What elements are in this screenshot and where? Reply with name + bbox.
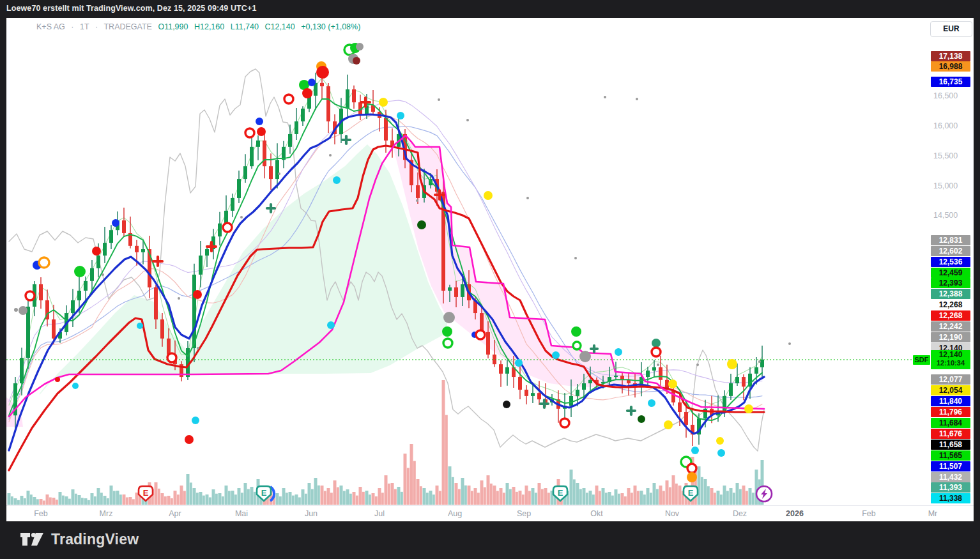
time-axis-tick-dez[interactable]: Dez bbox=[733, 509, 747, 518]
price-level-badge: 12,388 bbox=[931, 289, 970, 299]
time-axis-tick-okt[interactable]: Okt bbox=[590, 509, 602, 518]
green-cloud bbox=[40, 144, 447, 395]
price-level-badge: 12,054 bbox=[931, 385, 970, 395]
ohlc-high: H12,160 bbox=[194, 22, 224, 31]
y-axis-label: 15,500 bbox=[933, 151, 958, 160]
change-percent: +0,130 (+1,08%) bbox=[301, 22, 360, 31]
ohlc-close: C12,140 bbox=[264, 22, 295, 31]
time-axis[interactable]: FebMrzAprMaiJunJulAugSepOktNovDez2026Feb… bbox=[6, 505, 974, 522]
exchange-label: TRADEGATE bbox=[103, 22, 151, 31]
price-level-badge: 12,190 bbox=[931, 332, 970, 342]
y-axis-label: 14,500 bbox=[933, 211, 958, 220]
price-level-badge: 11,338 bbox=[931, 493, 970, 503]
price-level-badge: 12,459 bbox=[931, 268, 970, 278]
legend-separator: · bbox=[71, 22, 73, 31]
currency-button[interactable]: EUR bbox=[930, 21, 972, 37]
y-axis-label: 15,000 bbox=[933, 181, 958, 190]
time-axis-tick-mrz[interactable]: Mrz bbox=[100, 509, 113, 518]
price-level-badge: 12,268 bbox=[931, 310, 970, 321]
time-axis-tick-feb[interactable]: Feb bbox=[34, 509, 48, 518]
symbol-price-tag: SDF bbox=[913, 355, 930, 365]
interval-label[interactable]: 1T bbox=[80, 22, 89, 31]
price-level-badge: 11,676 bbox=[931, 429, 970, 439]
legend-separator: · bbox=[95, 22, 98, 31]
tradingview-logo-icon bbox=[19, 529, 45, 549]
time-axis-tick-2026[interactable]: 2026 bbox=[786, 509, 804, 518]
price-level-badge: 16,988 bbox=[931, 61, 970, 72]
price-level-badge: 12,602 bbox=[931, 246, 970, 256]
countdown-timer: 12:10:34 bbox=[931, 358, 970, 367]
svg-text:E: E bbox=[261, 488, 267, 498]
price-level-badge: 11,840 bbox=[931, 396, 970, 406]
volume-bars bbox=[8, 380, 764, 505]
price-level-badge: 16,735 bbox=[931, 77, 970, 87]
price-level-badge: 11,796 bbox=[931, 407, 970, 417]
time-axis-tick-mai[interactable]: Mai bbox=[235, 509, 248, 518]
price-chart-canvas[interactable]: EEEE bbox=[6, 18, 930, 505]
attribution-text: Loewe70 erstellt mit TradingView.com, De… bbox=[6, 4, 256, 13]
svg-text:E: E bbox=[143, 488, 149, 498]
price-level-badge: 11,658 bbox=[931, 440, 970, 450]
price-level-badge: 12,393 bbox=[931, 278, 970, 288]
ohlc-low: L11,740 bbox=[231, 22, 259, 31]
left-border bbox=[0, 0, 6, 559]
price-level-badge: 11,565 bbox=[931, 450, 970, 461]
symbol-legend[interactable]: K+S AG · 1T · TRADEGATE O11,990 H12,160 … bbox=[36, 22, 364, 31]
svg-text:E: E bbox=[558, 488, 563, 498]
y-axis-label: 16,500 bbox=[933, 91, 958, 100]
time-axis-tick-aug[interactable]: Aug bbox=[448, 509, 462, 518]
price-level-badge: 11,684 bbox=[931, 418, 970, 428]
price-level-badge: 17,138 bbox=[931, 51, 970, 61]
current-price-badge: 12,14012:10:34 bbox=[931, 350, 970, 369]
symbol-name[interactable]: K+S AG bbox=[36, 22, 65, 31]
price-level-badge: 12,242 bbox=[931, 321, 970, 332]
tradingview-logo[interactable]: TradingView bbox=[19, 529, 139, 549]
price-level-badge: 12,536 bbox=[931, 257, 970, 267]
time-axis-tick-sep[interactable]: Sep bbox=[517, 509, 531, 518]
svg-text:E: E bbox=[688, 488, 694, 498]
price-scale[interactable]: 16,50016,00015,50015,00014,50017,13816,9… bbox=[930, 18, 974, 521]
price-level-badge: 11,393 bbox=[931, 482, 970, 493]
footer-bar: TradingView bbox=[0, 521, 980, 559]
time-axis-tick-mr[interactable]: Mr bbox=[928, 509, 938, 518]
ohlc-open: O11,990 bbox=[158, 22, 188, 31]
time-axis-tick-nov[interactable]: Nov bbox=[665, 509, 679, 518]
tradingview-logo-text: TradingView bbox=[51, 531, 139, 548]
price-level-badge: 12,268 bbox=[931, 300, 970, 310]
time-axis-tick-feb[interactable]: Feb bbox=[862, 509, 876, 518]
time-axis-tick-jul[interactable]: Jul bbox=[374, 509, 385, 518]
price-level-badge: 12,077 bbox=[931, 374, 970, 385]
attribution-bar: Loewe70 erstellt mit TradingView.com, De… bbox=[0, 0, 980, 18]
right-border bbox=[974, 0, 980, 559]
price-level-badge: 11,432 bbox=[931, 472, 970, 482]
y-axis-label: 16,000 bbox=[933, 121, 958, 130]
tradingview-snapshot: Loewe70 erstellt mit TradingView.com, De… bbox=[0, 0, 980, 559]
time-axis-tick-jun[interactable]: Jun bbox=[305, 509, 318, 518]
time-axis-tick-apr[interactable]: Apr bbox=[169, 509, 181, 518]
price-level-badge: 11,507 bbox=[931, 461, 970, 471]
price-level-badge: 12,831 bbox=[931, 235, 970, 245]
